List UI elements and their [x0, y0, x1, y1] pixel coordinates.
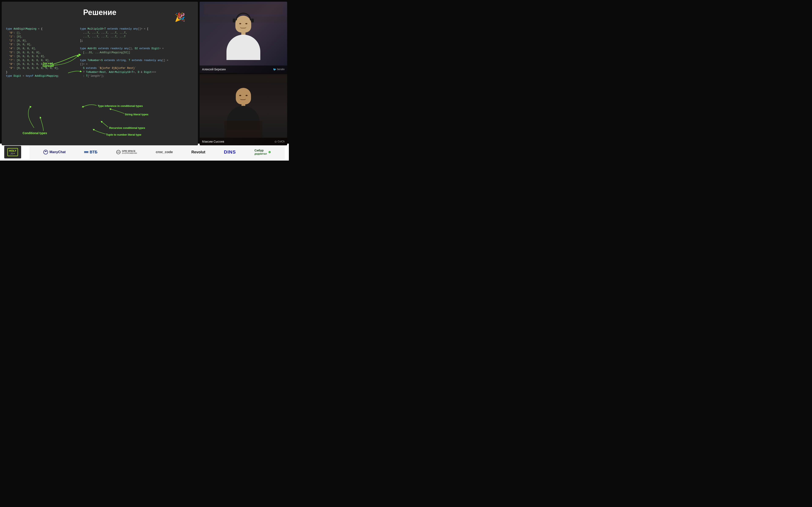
svg-rect-10	[84, 152, 88, 153]
code-left: type AddDigitMapping = { '0': [], '1': […	[6, 27, 59, 78]
sponsor-gpb: GPB SPACE GAZPROMBANK	[116, 150, 137, 155]
svg-text:Type inference in conditional : Type inference in conditional types	[98, 104, 143, 108]
cam-bottom-handle: ⊙ ColCh	[274, 140, 285, 143]
svg-rect-9	[84, 151, 88, 152]
vtb-icon	[84, 150, 88, 154]
annotation-spread: Spread	[43, 62, 53, 65]
svg-text:®: ®	[269, 152, 270, 153]
right-panel: Алексей Березин 🐦 beraliv	[200, 2, 287, 145]
sponsor-sibur: Сибур диджитал ®	[254, 149, 271, 155]
gpb-icon	[116, 150, 121, 155]
main-area: Решение 🎉 type AddDigitMapping = { '0': …	[0, 0, 289, 144]
holyjs-logo: HOLY JS∸	[4, 146, 21, 158]
svg-text:String literal types: String literal types	[125, 113, 148, 116]
slide-inner: Решение 🎉 type AddDigitMapping = { '0': …	[2, 8, 198, 145]
bottom-bar: HOLY JS∸ ManyChat ВТБ	[0, 144, 289, 161]
svg-point-8	[44, 150, 48, 154]
sponsor-croc: croc_code	[156, 150, 173, 154]
slide-area: Решение 🎉 type AddDigitMapping = { '0': …	[2, 2, 198, 145]
svg-text:Tuple to number literal type: Tuple to number literal type	[106, 133, 141, 136]
cam-top-name-bar: Алексей Березин 🐦 beraliv	[200, 65, 287, 73]
svg-marker-6	[77, 55, 79, 57]
cam-bottom-name: Максим Сысоев	[202, 140, 224, 143]
slide-title: Решение	[2, 8, 198, 17]
manychat-icon	[43, 150, 48, 155]
github-icon: ⊙	[274, 140, 277, 143]
sponsor-manychat: ManyChat	[43, 150, 65, 155]
sibur-icon: ®	[268, 151, 271, 154]
cam-top-name: Алексей Березин	[202, 68, 226, 71]
party-emoji: 🎉	[175, 12, 185, 22]
cam-bottom-name-bar: Максим Сысоев ⊙ ColCh	[200, 138, 287, 145]
svg-marker-7	[30, 106, 32, 108]
code-right: type Multiply10<T extends readonly any[]…	[80, 27, 168, 78]
sponsor-vtb: ВТБ	[84, 150, 97, 155]
cam-top-handle: 🐦 beraliv	[273, 68, 285, 71]
sponsors-bar: ManyChat ВТБ GPB SPACE GAZPROMBANK	[30, 145, 285, 160]
sponsor-revolut: Revolut	[191, 150, 205, 155]
cam-top: Алексей Березин 🐦 beraliv	[200, 2, 287, 73]
twitter-icon: 🐦	[273, 68, 276, 71]
svg-text:Conditional types: Conditional types	[22, 131, 47, 135]
svg-text:Recursive conditional types: Recursive conditional types	[109, 126, 145, 129]
sponsor-dins: DINS	[224, 149, 236, 155]
cam-bottom: Максим Сысоев ⊙ ColCh	[200, 74, 287, 145]
